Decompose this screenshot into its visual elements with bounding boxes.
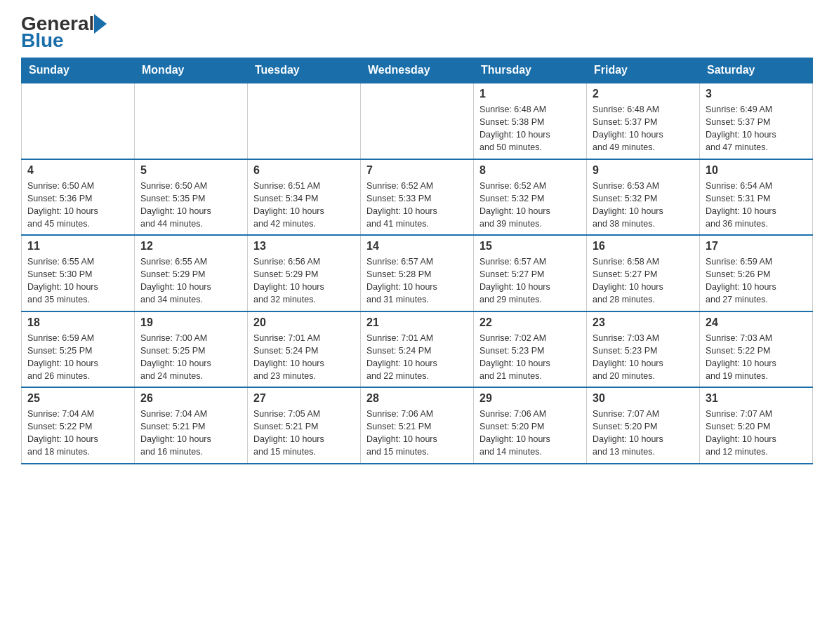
- day-sun-info: Sunrise: 6:48 AM Sunset: 5:37 PM Dayligh…: [593, 103, 694, 154]
- weekday-header-saturday: Saturday: [700, 58, 813, 83]
- day-number: 9: [593, 164, 694, 177]
- calendar-cell: 24Sunrise: 7:03 AM Sunset: 5:22 PM Dayli…: [700, 311, 813, 388]
- day-number: 7: [366, 164, 468, 177]
- day-number: 14: [366, 240, 468, 253]
- day-number: 28: [366, 392, 468, 405]
- calendar-cell: 10Sunrise: 6:54 AM Sunset: 5:31 PM Dayli…: [700, 159, 813, 236]
- weekday-header-sunday: Sunday: [22, 58, 135, 83]
- calendar-week-row: 11Sunrise: 6:55 AM Sunset: 5:30 PM Dayli…: [22, 235, 813, 311]
- calendar-cell: 26Sunrise: 7:04 AM Sunset: 5:21 PM Dayli…: [135, 387, 248, 464]
- calendar-table: SundayMondayTuesdayWednesdayThursdayFrid…: [21, 58, 813, 464]
- calendar-cell: 20Sunrise: 7:01 AM Sunset: 5:24 PM Dayli…: [248, 311, 361, 388]
- calendar-cell: 18Sunrise: 6:59 AM Sunset: 5:25 PM Dayli…: [22, 311, 135, 388]
- day-number: 17: [706, 240, 807, 253]
- calendar-cell: 23Sunrise: 7:03 AM Sunset: 5:23 PM Dayli…: [587, 311, 700, 388]
- day-number: 16: [593, 240, 694, 253]
- day-sun-info: Sunrise: 7:02 AM Sunset: 5:23 PM Dayligh…: [479, 332, 581, 383]
- day-number: 29: [479, 392, 581, 405]
- page-header: GeneralBlue: [21, 14, 813, 51]
- day-number: 21: [366, 316, 468, 329]
- calendar-cell: 22Sunrise: 7:02 AM Sunset: 5:23 PM Dayli…: [474, 311, 587, 388]
- day-sun-info: Sunrise: 7:05 AM Sunset: 5:21 PM Dayligh…: [253, 408, 355, 459]
- weekday-header-wednesday: Wednesday: [361, 58, 474, 83]
- day-number: 25: [27, 392, 128, 405]
- day-number: 1: [479, 88, 581, 100]
- weekday-header-friday: Friday: [587, 58, 700, 83]
- day-sun-info: Sunrise: 6:59 AM Sunset: 5:26 PM Dayligh…: [706, 255, 807, 307]
- calendar-cell: 19Sunrise: 7:00 AM Sunset: 5:25 PM Dayli…: [135, 311, 248, 388]
- day-sun-info: Sunrise: 6:50 AM Sunset: 5:36 PM Dayligh…: [27, 180, 128, 231]
- calendar-cell: 1Sunrise: 6:48 AM Sunset: 5:38 PM Daylig…: [474, 83, 587, 159]
- day-sun-info: Sunrise: 6:54 AM Sunset: 5:31 PM Dayligh…: [706, 180, 807, 231]
- calendar-week-row: 1Sunrise: 6:48 AM Sunset: 5:38 PM Daylig…: [22, 83, 813, 159]
- day-sun-info: Sunrise: 7:04 AM Sunset: 5:21 PM Dayligh…: [140, 408, 241, 459]
- day-sun-info: Sunrise: 7:07 AM Sunset: 5:20 PM Dayligh…: [706, 408, 807, 459]
- calendar-cell: 12Sunrise: 6:55 AM Sunset: 5:29 PM Dayli…: [135, 235, 248, 311]
- day-number: 24: [706, 316, 807, 329]
- day-sun-info: Sunrise: 7:07 AM Sunset: 5:20 PM Dayligh…: [593, 408, 694, 459]
- day-number: 19: [140, 316, 241, 329]
- day-sun-info: Sunrise: 6:52 AM Sunset: 5:32 PM Dayligh…: [479, 180, 581, 231]
- calendar-cell: 27Sunrise: 7:05 AM Sunset: 5:21 PM Dayli…: [248, 387, 361, 464]
- day-number: 5: [140, 164, 241, 177]
- day-sun-info: Sunrise: 6:58 AM Sunset: 5:27 PM Dayligh…: [593, 255, 694, 307]
- day-sun-info: Sunrise: 7:00 AM Sunset: 5:25 PM Dayligh…: [140, 332, 241, 383]
- day-sun-info: Sunrise: 6:57 AM Sunset: 5:27 PM Dayligh…: [479, 255, 581, 307]
- day-sun-info: Sunrise: 6:56 AM Sunset: 5:29 PM Dayligh…: [253, 255, 355, 307]
- day-number: 11: [27, 240, 128, 253]
- calendar-cell: 16Sunrise: 6:58 AM Sunset: 5:27 PM Dayli…: [587, 235, 700, 311]
- day-sun-info: Sunrise: 6:53 AM Sunset: 5:32 PM Dayligh…: [593, 180, 694, 231]
- calendar-week-row: 18Sunrise: 6:59 AM Sunset: 5:25 PM Dayli…: [22, 311, 813, 388]
- day-number: 26: [140, 392, 241, 405]
- day-number: 23: [593, 316, 694, 329]
- day-number: 8: [479, 164, 581, 177]
- calendar-week-row: 25Sunrise: 7:04 AM Sunset: 5:22 PM Dayli…: [22, 387, 813, 464]
- calendar-cell: 3Sunrise: 6:49 AM Sunset: 5:37 PM Daylig…: [700, 83, 813, 159]
- calendar-cell: [135, 83, 248, 159]
- logo-blue-text: Blue: [21, 29, 64, 51]
- calendar-cell: 8Sunrise: 6:52 AM Sunset: 5:32 PM Daylig…: [474, 159, 587, 236]
- calendar-cell: 15Sunrise: 6:57 AM Sunset: 5:27 PM Dayli…: [474, 235, 587, 311]
- calendar-cell: 28Sunrise: 7:06 AM Sunset: 5:21 PM Dayli…: [361, 387, 474, 464]
- day-number: 15: [479, 240, 581, 253]
- calendar-cell: 6Sunrise: 6:51 AM Sunset: 5:34 PM Daylig…: [248, 159, 361, 236]
- calendar-cell: 13Sunrise: 6:56 AM Sunset: 5:29 PM Dayli…: [248, 235, 361, 311]
- logo: GeneralBlue: [21, 14, 107, 51]
- day-number: 13: [253, 240, 355, 253]
- day-sun-info: Sunrise: 6:51 AM Sunset: 5:34 PM Dayligh…: [253, 180, 355, 231]
- calendar-cell: [22, 83, 135, 159]
- calendar-cell: 25Sunrise: 7:04 AM Sunset: 5:22 PM Dayli…: [22, 387, 135, 464]
- day-number: 3: [706, 88, 807, 100]
- day-sun-info: Sunrise: 6:50 AM Sunset: 5:35 PM Dayligh…: [140, 180, 241, 231]
- day-sun-info: Sunrise: 7:01 AM Sunset: 5:24 PM Dayligh…: [253, 332, 355, 383]
- calendar-cell: 30Sunrise: 7:07 AM Sunset: 5:20 PM Dayli…: [587, 387, 700, 464]
- calendar-cell: 4Sunrise: 6:50 AM Sunset: 5:36 PM Daylig…: [22, 159, 135, 236]
- day-number: 27: [253, 392, 355, 405]
- day-number: 18: [27, 316, 128, 329]
- calendar-week-row: 4Sunrise: 6:50 AM Sunset: 5:36 PM Daylig…: [22, 159, 813, 236]
- day-number: 12: [140, 240, 241, 253]
- day-sun-info: Sunrise: 6:52 AM Sunset: 5:33 PM Dayligh…: [366, 180, 468, 231]
- calendar-cell: 31Sunrise: 7:07 AM Sunset: 5:20 PM Dayli…: [700, 387, 813, 464]
- calendar-cell: 21Sunrise: 7:01 AM Sunset: 5:24 PM Dayli…: [361, 311, 474, 388]
- calendar-cell: 7Sunrise: 6:52 AM Sunset: 5:33 PM Daylig…: [361, 159, 474, 236]
- day-sun-info: Sunrise: 7:06 AM Sunset: 5:20 PM Dayligh…: [479, 408, 581, 459]
- day-number: 2: [593, 88, 694, 100]
- day-sun-info: Sunrise: 6:49 AM Sunset: 5:37 PM Dayligh…: [706, 103, 807, 154]
- calendar-cell: 2Sunrise: 6:48 AM Sunset: 5:37 PM Daylig…: [587, 83, 700, 159]
- day-sun-info: Sunrise: 6:48 AM Sunset: 5:38 PM Dayligh…: [479, 103, 581, 154]
- weekday-header-tuesday: Tuesday: [248, 58, 361, 83]
- calendar-cell: 5Sunrise: 6:50 AM Sunset: 5:35 PM Daylig…: [135, 159, 248, 236]
- weekday-header-monday: Monday: [135, 58, 248, 83]
- weekday-header-thursday: Thursday: [474, 58, 587, 83]
- day-sun-info: Sunrise: 6:55 AM Sunset: 5:30 PM Dayligh…: [27, 255, 128, 307]
- day-sun-info: Sunrise: 7:03 AM Sunset: 5:22 PM Dayligh…: [706, 332, 807, 383]
- calendar-cell: 17Sunrise: 6:59 AM Sunset: 5:26 PM Dayli…: [700, 235, 813, 311]
- day-number: 30: [593, 392, 694, 405]
- day-sun-info: Sunrise: 6:57 AM Sunset: 5:28 PM Dayligh…: [366, 255, 468, 307]
- calendar-cell: 9Sunrise: 6:53 AM Sunset: 5:32 PM Daylig…: [587, 159, 700, 236]
- day-number: 31: [706, 392, 807, 405]
- day-number: 22: [479, 316, 581, 329]
- calendar-cell: 29Sunrise: 7:06 AM Sunset: 5:20 PM Dayli…: [474, 387, 587, 464]
- day-number: 10: [706, 164, 807, 177]
